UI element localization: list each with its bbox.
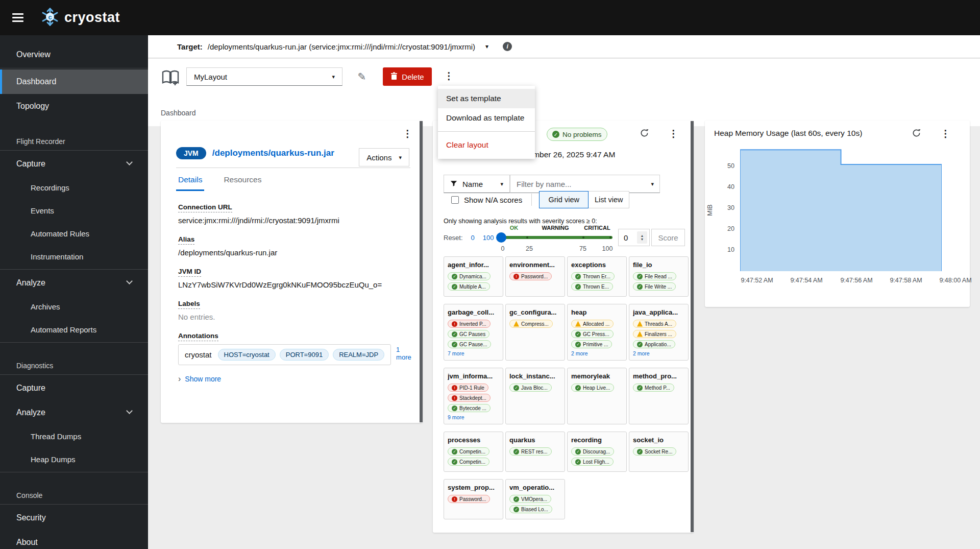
sidebar-item-automated-rules[interactable]: Automated Rules [0,222,148,245]
analysis-card-gc-configura[interactable]: gc_configura...Compress... [505,304,565,361]
analysis-card-processes[interactable]: processes✓Competin...✓Competin... [444,432,503,472]
sidebar-item-security[interactable]: Security [0,506,148,530]
grid-view-toggle[interactable]: Grid view [539,191,589,208]
scrollbar[interactable] [420,121,423,423]
analysis-chip[interactable]: ✓File Write ... [633,282,676,291]
analysis-chip[interactable]: ✓Socket Re... [633,447,676,456]
annotation-chip[interactable]: PORT=9091 [280,349,329,361]
analysis-chip[interactable]: !PID-1 Rule [448,384,488,392]
analysis-card-quarkus[interactable]: quarkus✓REST res... [505,432,565,472]
target-name-link[interactable]: /deployments/quarkus-run.jar [212,148,334,158]
more-link[interactable]: 9 more [448,414,499,420]
list-view-toggle[interactable]: List view [589,191,629,208]
analysis-chip[interactable]: Allocated ... [571,320,614,328]
sidebar-item-dashboard[interactable]: Dashboard [0,69,148,94]
analysis-card-jvm-informa[interactable]: jvm_informa...!PID-1 Rule!Stackdept...✓B… [444,368,503,424]
menu-item-clear-layout[interactable]: Clear layout [438,135,535,155]
sidebar-item-analyze[interactable]: Analyze [0,271,148,295]
analysis-card-garbage-coll[interactable]: garbage_coll...!Inverted P...✓GC Pauses✓… [444,304,503,361]
layout-select[interactable]: MyLayout ▾ [186,67,342,86]
severity-slider[interactable] [498,236,612,239]
brand-logo[interactable]: c cryostat [41,7,120,29]
analysis-card-agent-infor[interactable]: agent_infor...✓Dynamica...✓Multiple A... [444,256,503,297]
analysis-chip[interactable]: ✓Discourag... [571,447,614,456]
more-link[interactable]: 7 more [448,350,499,356]
reset-max-link[interactable]: 100 [483,234,494,242]
analysis-chip[interactable]: ✓Dynamica... [448,272,491,280]
layout-kebab-menu[interactable]: ⋮ [444,71,454,81]
filter-category-select[interactable]: Name ▾ [444,175,510,193]
card-kebab-menu[interactable]: ⋮ [403,129,412,138]
show-more-toggle[interactable]: › Show more [178,374,410,384]
analysis-chip[interactable]: !Stackdept... [448,394,491,402]
target-select-value[interactable]: /deployments/quarkus-run.jar (service:jm… [208,42,475,51]
analysis-chip[interactable]: ✓GC Pause... [448,340,491,348]
analysis-card-memoryleak[interactable]: memoryleak✓Heap Live... [567,368,627,424]
tab-details[interactable]: Details [176,169,204,191]
analysis-chip[interactable]: ✓Thrown E... [571,282,613,291]
sidebar-item-automated-reports[interactable]: Automated Reports [0,318,148,341]
sidebar-item-capture[interactable]: Capture [0,152,148,176]
analysis-card-recording[interactable]: recording✓Discourag...✓Lost Fligh... [567,432,627,472]
analysis-card-heap[interactable]: heapAllocated ...✓GC Press...✓Primitive … [567,304,627,361]
sidebar-item-analyze[interactable]: Analyze [0,400,148,425]
menu-item-set-as-template[interactable]: Set as template [438,89,535,108]
sidebar-item-heap-dumps[interactable]: Heap Dumps [0,448,148,471]
refresh-chart-button[interactable] [908,126,924,142]
score-spinner-value[interactable]: 0 [619,233,637,242]
analysis-chip[interactable]: ✓REST res... [509,447,552,456]
target-chevron-down-icon[interactable]: ▾ [485,43,488,50]
actions-dropdown[interactable]: Actions ▾ [359,148,409,166]
analysis-chip[interactable]: ✓Competin... [448,458,489,466]
analysis-chip[interactable]: !Password... [448,495,490,503]
analysis-chip[interactable]: ✓Heap Live... [571,384,614,392]
analysis-chip[interactable]: ✓File Read ... [633,272,676,280]
analysis-chip[interactable]: !Password... [509,272,552,280]
menu-item-download-as-template[interactable]: Download as template [438,108,535,128]
sidebar-item-recordings[interactable]: Recordings [0,176,148,199]
analysis-card-lock-instanc[interactable]: lock_instanc...✓Java Bloc... [505,368,565,424]
analysis-chip[interactable]: ✓Bytecode ... [448,404,491,412]
scrollbar[interactable] [691,121,694,533]
sidebar-item-overview[interactable]: Overview [0,42,148,67]
target-info-icon[interactable]: i [503,42,512,51]
delete-layout-button[interactable]: Delete [383,67,432,86]
analysis-chip[interactable]: ✓Method P... [633,384,674,392]
reset-min-link[interactable]: 0 [471,234,475,242]
analysis-chip[interactable]: ✓Thrown Er... [571,272,615,280]
analysis-chip[interactable]: ✓Primitive ... [571,340,612,348]
annotation-chip[interactable]: HOST=cryostat [218,349,276,361]
analysis-card-socket-io[interactable]: socket_io✓Socket Re... [629,432,689,472]
analysis-card-exceptions[interactable]: exceptions✓Thrown Er...✓Thrown E... [567,256,627,297]
analysis-chip[interactable]: Compress... [509,320,553,328]
rename-layout-button[interactable]: ✎ [353,68,371,85]
analysis-kebab-menu[interactable]: ⋮ [669,129,678,138]
sidebar-item-capture[interactable]: Capture [0,376,148,400]
analysis-card-file-io[interactable]: file_io✓File Read ...✓File Write ... [629,256,689,297]
more-link[interactable]: 2 more [571,350,623,356]
more-link[interactable]: 2 more [633,350,684,356]
analysis-card-environment[interactable]: environment...!Password... [505,256,565,297]
layout-template-icon[interactable] [161,69,180,88]
heap-kebab-menu[interactable]: ⋮ [941,129,950,138]
chevron-down-icon[interactable]: ▾ [651,181,654,187]
analysis-card-method-pro[interactable]: method_pro...✓Method P... [629,368,689,424]
analysis-chip[interactable]: ✓Competin... [448,447,489,456]
nav-toggle-icon[interactable] [12,11,23,24]
analysis-chip[interactable]: ✓Lost Fligh... [571,458,614,466]
sidebar-item-about[interactable]: About [0,530,148,549]
analysis-chip[interactable]: ✓Java Bloc... [509,384,552,392]
annotations-more-link[interactable]: 1 more [396,346,411,361]
refresh-analysis-button[interactable] [636,126,652,142]
spinner-stepper[interactable]: ▲▼ [637,231,647,244]
analysis-card-vm-operatio[interactable]: vm_operatio...✓VMOpera...✓Biased Lo... [505,479,565,519]
sidebar-item-archives[interactable]: Archives [0,295,148,318]
sidebar-item-instrumentation[interactable]: Instrumentation [0,245,148,268]
analysis-chip[interactable]: ✓Applicatio... [633,340,675,348]
analysis-card-java-applica[interactable]: java_applica...Threads A...Finalizers ..… [629,304,689,361]
show-na-checkbox[interactable] [451,196,459,204]
analysis-chip[interactable]: Finalizers ... [633,330,676,338]
analysis-chip[interactable]: ✓GC Press... [571,330,614,338]
tab-resources[interactable]: Resources [222,169,263,191]
sidebar-item-events[interactable]: Events [0,199,148,222]
